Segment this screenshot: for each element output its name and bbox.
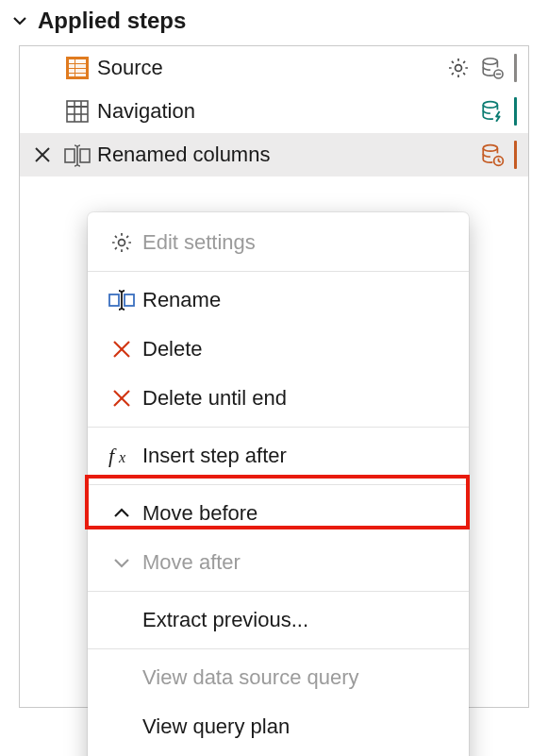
svg-rect-8 (75, 74, 86, 76)
menu-label: Delete until end (142, 386, 287, 411)
gear-icon[interactable] (446, 56, 471, 80)
x-icon (101, 388, 142, 409)
svg-rect-5 (69, 69, 75, 73)
step-edge-bar (514, 97, 517, 126)
menu-extract-previous[interactable]: Extract previous... (88, 596, 469, 645)
chevron-up-icon (101, 503, 142, 524)
database-remove-icon (480, 56, 505, 80)
menu-divider (88, 591, 469, 592)
menu-label: Extract previous... (142, 608, 308, 632)
menu-label: Edit settings (142, 230, 256, 255)
svg-point-9 (456, 65, 462, 72)
menu-move-after: Move after (88, 538, 469, 587)
menu-label: View data source query (142, 665, 359, 690)
step-navigation[interactable]: Navigation (20, 90, 528, 133)
menu-move-before[interactable]: Move before (88, 489, 469, 538)
menu-insert-step-after[interactable]: f x Insert step after (88, 431, 469, 480)
menu-delete[interactable]: Delete (88, 325, 469, 374)
svg-text:x: x (118, 449, 125, 465)
context-menu: Edit settings Rename Delete Dele (88, 212, 469, 756)
menu-divider (88, 484, 469, 485)
menu-label: Move after (142, 550, 241, 575)
step-source[interactable]: Source (20, 46, 528, 90)
x-icon (101, 339, 142, 360)
menu-label: View query plan (142, 714, 290, 739)
svg-text:f: f (108, 445, 117, 467)
step-label: Navigation (97, 99, 480, 124)
menu-label: Delete (142, 337, 203, 361)
menu-divider (88, 427, 469, 428)
svg-rect-4 (75, 64, 86, 68)
step-label: Renamed columns (97, 143, 480, 167)
menu-divider (88, 271, 469, 272)
gear-icon (101, 230, 142, 255)
svg-rect-21 (65, 149, 75, 162)
menu-label: Rename (142, 288, 221, 312)
menu-rename[interactable]: Rename (88, 276, 469, 325)
step-edge-bar (514, 54, 517, 82)
delete-step-x-icon[interactable] (33, 145, 52, 164)
svg-rect-6 (75, 69, 86, 73)
menu-properties[interactable]: Properties... (88, 751, 469, 756)
svg-rect-13 (67, 101, 88, 122)
svg-rect-27 (125, 294, 134, 306)
menu-delete-until-end[interactable]: Delete until end (88, 374, 469, 423)
fx-icon: f x (101, 445, 142, 467)
svg-rect-7 (69, 74, 75, 76)
step-edge-bar (514, 141, 517, 169)
svg-point-25 (119, 240, 125, 246)
database-clock-icon (480, 143, 505, 167)
menu-label: Insert step after (142, 444, 287, 468)
menu-view-query-plan[interactable]: View query plan (88, 702, 469, 751)
svg-rect-2 (75, 59, 86, 63)
svg-point-10 (483, 59, 497, 65)
applied-steps-title: Applied steps (38, 8, 186, 34)
table-icon (58, 98, 97, 125)
source-table-icon (58, 55, 97, 81)
rename-icon (101, 289, 142, 311)
rename-column-icon (58, 142, 97, 168)
step-renamed-columns[interactable]: Renamed columns (20, 133, 528, 176)
menu-view-data-source-query: View data source query (88, 653, 469, 702)
chevron-down-icon (101, 552, 142, 573)
menu-edit-settings: Edit settings (88, 218, 469, 267)
applied-steps-header[interactable]: Applied steps (0, 0, 548, 45)
chevron-down-icon (11, 12, 28, 29)
database-bolt-icon (480, 99, 505, 124)
menu-divider (88, 648, 469, 649)
svg-point-23 (483, 145, 497, 152)
menu-label: Move before (142, 501, 257, 526)
applied-steps-list: Source (19, 45, 529, 708)
svg-rect-26 (109, 294, 119, 306)
svg-point-18 (483, 102, 497, 109)
svg-rect-1 (69, 59, 75, 63)
svg-rect-3 (69, 64, 75, 68)
svg-rect-22 (80, 149, 90, 162)
step-label: Source (97, 56, 446, 80)
